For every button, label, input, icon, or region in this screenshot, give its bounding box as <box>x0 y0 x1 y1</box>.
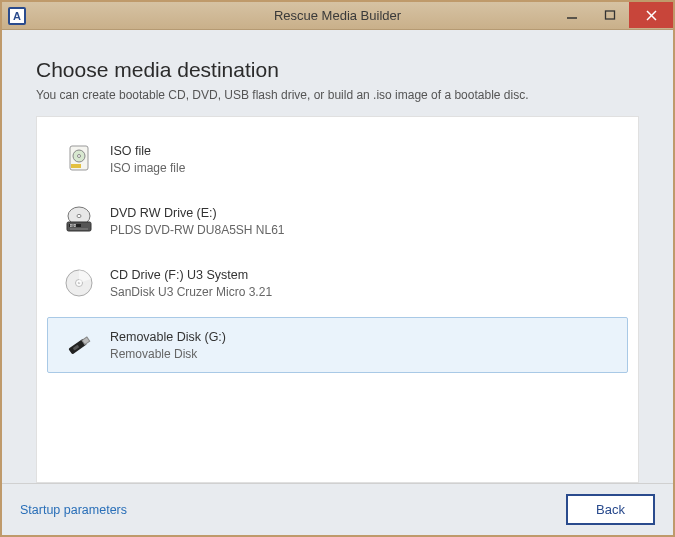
minimize-button[interactable] <box>553 2 591 28</box>
svg-text:DVD: DVD <box>70 224 76 228</box>
svg-rect-7 <box>71 164 81 168</box>
close-button[interactable] <box>629 2 673 28</box>
destination-title: ISO file <box>110 144 185 158</box>
destination-usb[interactable]: Removable Disk (G:) Removable Disk <box>47 317 628 373</box>
svg-point-9 <box>77 214 81 217</box>
destinations-panel: ISO file ISO image file DVD DVD RW Drive… <box>36 116 639 483</box>
destination-title: CD Drive (F:) U3 System <box>110 268 272 282</box>
page-heading: Choose media destination <box>36 58 639 82</box>
destination-dvd[interactable]: DVD DVD RW Drive (E:) PLDS DVD-RW DU8A5S… <box>47 193 628 249</box>
page-subheading: You can create bootable CD, DVD, USB fla… <box>36 88 639 102</box>
destination-subtitle: SanDisk U3 Cruzer Micro 3.21 <box>110 285 272 299</box>
minimize-icon <box>566 9 578 21</box>
svg-rect-1 <box>606 11 615 19</box>
dvd-drive-icon: DVD <box>62 204 96 238</box>
destination-title: Removable Disk (G:) <box>110 330 226 344</box>
destination-cd[interactable]: CD Drive (F:) U3 System SanDisk U3 Cruze… <box>47 255 628 311</box>
destination-subtitle: ISO image file <box>110 161 185 175</box>
svg-rect-13 <box>70 229 88 230</box>
app-window: A Rescue Media Builder Choose media dest… <box>0 0 675 537</box>
titlebar: A Rescue Media Builder <box>2 2 673 30</box>
iso-file-icon <box>62 142 96 176</box>
app-icon: A <box>8 7 26 25</box>
close-icon <box>646 10 657 21</box>
destination-subtitle: Removable Disk <box>110 347 226 361</box>
back-button[interactable]: Back <box>566 494 655 525</box>
usb-drive-icon <box>62 328 96 362</box>
maximize-button[interactable] <box>591 2 629 28</box>
svg-point-6 <box>78 155 81 158</box>
startup-parameters-link[interactable]: Startup parameters <box>20 503 127 517</box>
maximize-icon <box>604 9 616 21</box>
destination-iso[interactable]: ISO file ISO image file <box>47 131 628 187</box>
destination-title: DVD RW Drive (E:) <box>110 206 285 220</box>
window-controls <box>553 2 673 29</box>
content-area: Choose media destination You can create … <box>2 30 673 483</box>
cd-icon <box>62 266 96 300</box>
destination-subtitle: PLDS DVD-RW DU8A5SH NL61 <box>110 223 285 237</box>
footer: Startup parameters Back <box>2 483 673 535</box>
